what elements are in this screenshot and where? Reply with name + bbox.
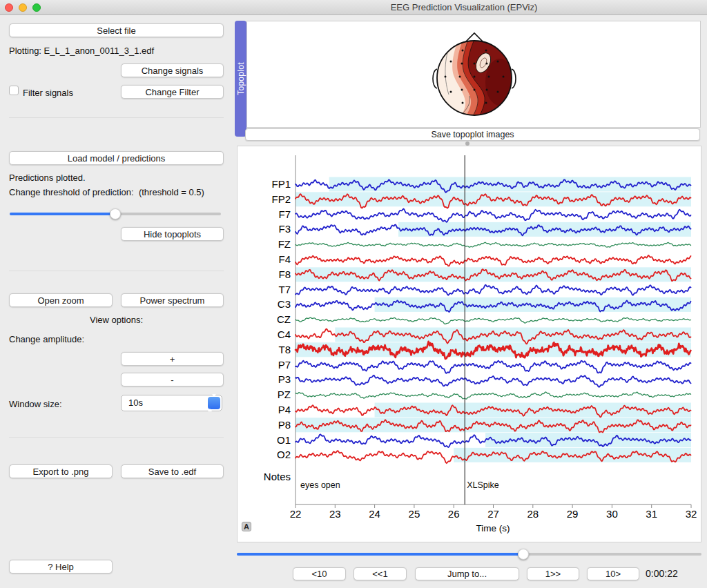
channel-label-notes: Notes — [238, 471, 291, 482]
save-edf-button[interactable]: Save to .edf — [121, 464, 224, 478]
channel-label-t7: T7 — [238, 284, 291, 295]
annotation-xlspike: XLSpike — [467, 480, 499, 490]
jump-to-button[interactable]: Jump to... — [415, 567, 519, 580]
back-10s-button[interactable]: <10 — [293, 567, 346, 580]
waveform-p7 — [296, 361, 691, 373]
channel-label-f4: F4 — [238, 254, 291, 264]
change-filter-button[interactable]: Change Filter — [121, 85, 224, 99]
x-tick-label: 30 — [606, 508, 618, 520]
select-file-button[interactable]: Select file — [9, 23, 224, 37]
topoplot-tab-label: Topoplot — [236, 62, 246, 95]
waveform-cz — [296, 317, 691, 324]
annotation-eyes-open: eyes open — [300, 480, 340, 490]
filter-signals-checkbox[interactable] — [9, 86, 19, 95]
channel-label-fp1: FP1 — [238, 179, 291, 189]
dropdown-stepper-icon — [208, 397, 220, 409]
change-amplitude-label: Change amplitude: — [9, 334, 84, 344]
export-png-button[interactable]: Export to .png — [9, 464, 113, 478]
sidebar-divider — [9, 437, 224, 438]
close-window-button[interactable] — [5, 3, 13, 12]
topoplot-head-image — [429, 31, 519, 119]
titlebar: EEG Prediction Visualization (EPViz) — [0, 0, 707, 15]
channel-label-p3: P3 — [238, 374, 291, 384]
waveform-fz — [296, 242, 691, 247]
open-zoom-button[interactable]: Open zoom — [9, 293, 113, 307]
x-tick-label: 27 — [487, 508, 499, 520]
sidebar-divider — [9, 271, 224, 271]
channel-label-f8: F8 — [238, 269, 291, 280]
topoplot-panel — [246, 21, 701, 128]
time-axis-label: Time (s) — [476, 523, 510, 533]
channel-label-f3: F3 — [238, 224, 291, 234]
zoom-window-button[interactable] — [32, 3, 41, 12]
channel-label-cz: CZ — [238, 314, 291, 324]
x-tick-label: 31 — [646, 508, 657, 520]
waveform-pz — [296, 392, 691, 399]
forward-1s-button[interactable]: 1>> — [527, 567, 579, 580]
hide-topoplots-button[interactable]: Hide topoplots — [121, 227, 224, 241]
channel-label-p4: P4 — [238, 404, 291, 415]
minimize-window-button[interactable] — [19, 3, 27, 12]
predictions-status-label: Predictions plotted. — [9, 173, 86, 183]
filter-signals-label: Filter signals — [23, 88, 73, 98]
channel-label-o1: O1 — [238, 435, 291, 445]
channel-label-p7: P7 — [238, 360, 291, 370]
window-size-select[interactable]: 10s — [121, 395, 222, 411]
load-model-predictions-button[interactable]: Load model / predictions — [9, 151, 224, 165]
right-ear-icon — [512, 69, 516, 88]
channel-label-p8: P8 — [238, 420, 291, 430]
window-title: EEG Prediction Visualization (EPViz) — [391, 0, 538, 14]
x-tick-label: 32 — [686, 508, 697, 520]
amplitude-minus-button[interactable]: - — [121, 373, 224, 386]
x-tick-label: 29 — [567, 508, 579, 520]
current-time-readout: 0:00:22 — [646, 567, 678, 580]
forward-10s-button[interactable]: 10> — [587, 567, 639, 580]
channel-label-f7: F7 — [238, 209, 291, 219]
time-scroll-slider-fill — [237, 553, 523, 556]
channel-label-c4: C4 — [238, 329, 291, 340]
x-tick-label: 22 — [290, 508, 302, 520]
view-options-label: View options: — [9, 315, 224, 325]
eeg-plot-panel[interactable]: eyes openXLSpike Time (s) A 222324252627… — [237, 146, 701, 542]
x-tick-label: 25 — [409, 508, 420, 520]
prediction-highlights — [296, 177, 691, 462]
topoplot-tab[interactable]: Topoplot — [235, 21, 246, 137]
window-size-label: Window size: — [9, 399, 62, 409]
change-signals-button[interactable]: Change signals — [121, 63, 224, 77]
threshold-slider-handle[interactable] — [110, 208, 121, 219]
channel-label-c3: C3 — [238, 299, 291, 309]
channel-label-o2: O2 — [238, 449, 291, 460]
left-ear-icon — [433, 69, 437, 88]
waveform-f4 — [296, 255, 691, 266]
x-tick-label: 24 — [369, 508, 380, 520]
waveform-p3 — [296, 375, 691, 387]
x-tick-label: 26 — [448, 508, 460, 520]
amplitude-tool-icon[interactable]: A — [242, 522, 251, 531]
save-topoplot-images-button[interactable]: Save topoplot images — [245, 128, 700, 141]
channel-label-fp2: FP2 — [238, 194, 291, 204]
power-spectrum-button[interactable]: Power spectrum — [121, 293, 224, 307]
amplitude-plus-button[interactable]: + — [121, 352, 224, 366]
plotting-filename-label: Plotting: E_L_1_anon_0011_3_1.edf — [9, 46, 154, 56]
eeg-plot-canvas[interactable]: eyes openXLSpike — [238, 146, 701, 542]
threshold-label: Change threshold of prediction: (thresho… — [9, 187, 204, 197]
threshold-slider-fill — [10, 213, 115, 215]
channel-label-fz: FZ — [238, 239, 291, 249]
help-button[interactable]: ? Help — [9, 560, 113, 574]
sidebar-divider — [9, 117, 224, 118]
waveform-t7 — [296, 285, 691, 295]
window-size-value: 10s — [128, 395, 143, 411]
x-tick-label: 23 — [329, 508, 341, 520]
channel-label-t8: T8 — [238, 344, 291, 355]
prediction-band-c3 — [375, 297, 691, 312]
back-1s-button[interactable]: <<1 — [354, 567, 407, 580]
time-scroll-slider-handle[interactable] — [518, 549, 529, 560]
channel-label-pz: PZ — [238, 389, 291, 400]
waveform-f7 — [296, 209, 691, 222]
x-tick-label: 28 — [527, 508, 539, 520]
